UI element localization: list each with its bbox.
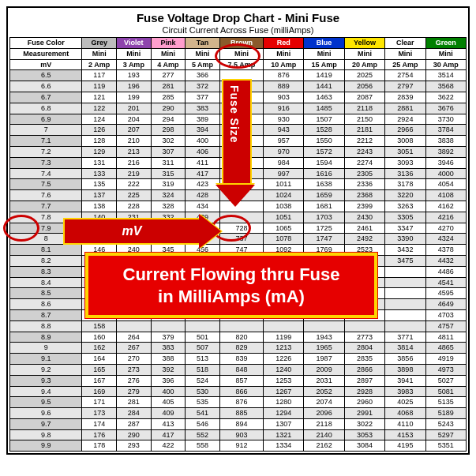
value-cell: 2118	[344, 103, 384, 114]
value-cell: 281	[151, 81, 186, 92]
value-cell: 2804	[344, 343, 384, 354]
value-cell: 2274	[344, 157, 384, 168]
value-cell	[219, 212, 263, 223]
value-cell: 287	[116, 418, 151, 429]
amp-l2-1: 3 Amp	[116, 59, 151, 70]
mv-cell: 6.7	[10, 92, 82, 103]
value-cell: 4919	[425, 354, 466, 365]
value-cell: 142	[82, 223, 117, 234]
table-row: 6.71211992853776189031463208728393622	[10, 92, 467, 103]
value-cell: 1594	[304, 157, 344, 168]
color-grey: Grey	[82, 38, 117, 49]
color-brown: Brown	[219, 38, 263, 49]
value-cell	[385, 299, 425, 310]
mv-cell: 8.8	[10, 320, 82, 332]
table-row: 9.216527339251884812402009286638984973	[10, 364, 467, 375]
value-cell	[186, 320, 220, 332]
value-cell: 290	[116, 429, 151, 440]
value-cell: 164	[82, 354, 117, 365]
value-cell: 2492	[344, 234, 384, 245]
value-cell: 4324	[425, 234, 466, 245]
value-cell: 3305	[385, 212, 425, 223]
value-cell: 5189	[425, 408, 466, 419]
value-cell: 4378	[425, 245, 466, 256]
value-cell: 207	[116, 125, 151, 136]
mv-cell: 6.9	[10, 114, 82, 125]
value-cell: 5135	[425, 397, 466, 408]
value-cell: 728	[219, 223, 263, 234]
mv-cell: 8.2	[10, 255, 82, 266]
mv-cell: 8.7	[10, 309, 82, 320]
measurement-header: Measurement	[10, 48, 82, 59]
value-cell	[219, 136, 263, 147]
color-tan: Tan	[186, 38, 220, 49]
value-cell	[219, 179, 263, 190]
mv-cell: 7.2	[10, 146, 82, 157]
value-cell: 178	[82, 440, 117, 452]
value-cell: 5081	[425, 386, 466, 397]
value-cell: 1321	[264, 429, 304, 440]
value-cell: 417	[151, 429, 186, 440]
value-cell: 315	[151, 168, 186, 179]
value-cell: 876	[264, 70, 304, 81]
value-cell: 1199	[264, 332, 304, 343]
value-cell: 970	[264, 146, 304, 157]
value-cell: 165	[82, 364, 117, 375]
table-row: 814473710781747249233904324	[10, 234, 467, 245]
value-cell: 513	[186, 354, 220, 365]
mv-cell: 8.5	[10, 288, 82, 299]
value-cell: 2991	[344, 408, 384, 419]
value-cell: 277	[151, 70, 186, 81]
mv-cell: 7	[10, 125, 82, 136]
value-cell: 2430	[344, 212, 384, 223]
value-cell: 4486	[425, 266, 466, 277]
mv-cell: 9.3	[10, 375, 82, 386]
value-cell: 3941	[385, 375, 425, 386]
value-cell: 294	[151, 114, 186, 125]
value-cell: 383	[151, 343, 186, 354]
value-cell: 3263	[385, 201, 425, 212]
amp-l1-3: Mini	[186, 48, 220, 59]
value-cell: 2881	[385, 103, 425, 114]
value-cell	[344, 320, 384, 332]
value-cell: 1307	[264, 418, 304, 429]
value-cell: 434	[186, 201, 220, 212]
value-cell: 173	[82, 408, 117, 419]
value-cell: 3730	[425, 114, 466, 125]
value-cell: 1965	[304, 343, 344, 354]
value-cell: 4757	[425, 320, 466, 332]
value-cell: 2835	[344, 354, 384, 365]
value-cell: 422	[151, 440, 186, 452]
value-cell: 428	[186, 190, 220, 201]
value-cell: 389	[186, 114, 220, 125]
value-cell: 405	[151, 397, 186, 408]
value-cell: 406	[186, 146, 220, 157]
value-cell: 400	[151, 386, 186, 397]
value-cell	[385, 309, 425, 320]
value-cell: 213	[116, 146, 151, 157]
page-title: Fuse Voltage Drop Chart - Mini Fuse	[9, 11, 467, 24]
value-cell: 417	[186, 168, 220, 179]
mv-cell: 9.1	[10, 354, 82, 365]
value-cell: 231	[116, 212, 151, 223]
value-cell: 876	[219, 397, 263, 408]
value-cell: 4270	[425, 223, 466, 234]
value-cell: 171	[82, 397, 117, 408]
value-cell: 530	[186, 386, 220, 397]
value-cell: 848	[219, 364, 263, 375]
value-cell: 216	[116, 157, 151, 168]
amp-l2-4: 7.5 Amp	[219, 59, 263, 70]
mv-cell: 9.4	[10, 386, 82, 397]
value-cell: 2773	[344, 332, 384, 343]
value-cell: 204	[116, 114, 151, 125]
value-cell	[151, 234, 186, 245]
value-cell: 225	[116, 190, 151, 201]
amp-l2-6: 15 Amp	[304, 59, 344, 70]
value-cell: 222	[116, 179, 151, 190]
value-cell: 4432	[425, 255, 466, 266]
value-cell: 3178	[385, 179, 425, 190]
value-cell: 535	[186, 397, 220, 408]
color-yellow: Yellow	[344, 38, 384, 49]
value-cell: 4595	[425, 288, 466, 299]
value-cell: 1659	[304, 190, 344, 201]
